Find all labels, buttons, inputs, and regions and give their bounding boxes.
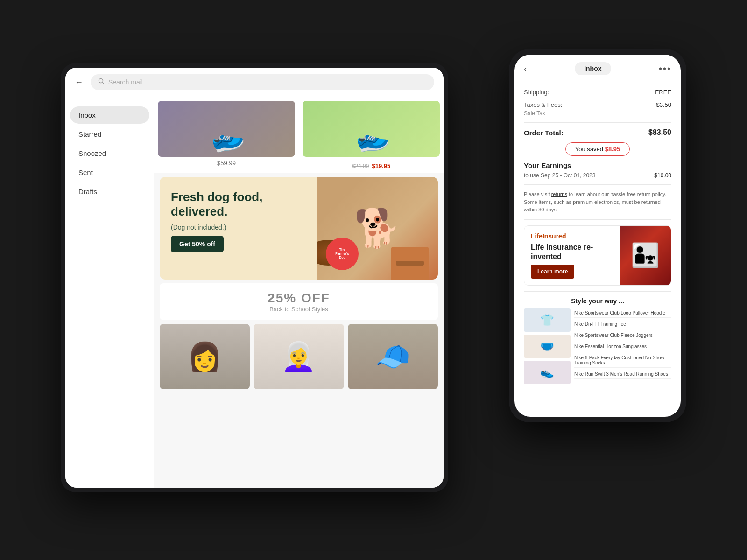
style-list-item[interactable]: Nike Sportswear Club Fleece Joggers: [574, 331, 671, 340]
style-img-shirt: 👕: [524, 308, 571, 332]
earnings-detail: to use Sep 25 - Oct 01, 2023 $10.00: [524, 172, 671, 179]
phone-more-button[interactable]: •••: [659, 63, 671, 74]
order-divider: [524, 122, 671, 123]
style-grid: 👕 🩲 👟 Nike Sportswear Club Logo Pullover…: [524, 308, 671, 384]
sale-percent: 25% OFF: [167, 291, 430, 306]
li-headline: Life Insurance re-invented: [531, 243, 613, 262]
style-img-shoes: 👟: [524, 361, 571, 384]
life-insurance-ad: LifeInsured Life Insurance re-invented L…: [524, 225, 671, 286]
returns-link[interactable]: returns: [551, 191, 567, 197]
savings-amount: $8.95: [605, 146, 620, 153]
email-content-area: 👟 $59.99 👟 $24.99 $19.95: [154, 97, 444, 488]
shoe-price-new: $19.95: [372, 162, 390, 169]
shoe-price-old: $24.99: [352, 163, 369, 169]
shoe-image-left: 👟: [158, 101, 295, 157]
fashion-item-3: 🧢: [348, 324, 438, 389]
policy-divider: [524, 219, 671, 220]
fashion-row: 👩 👩‍🦳 🧢: [160, 324, 438, 389]
search-icon: [98, 78, 105, 86]
ad-image-side: 🐕 The Fa: [317, 177, 438, 280]
scene: ← Search mail Inbox: [47, 35, 700, 525]
order-total-value: $83.50: [648, 128, 671, 137]
ad-subtext: (Dog not included.): [171, 224, 305, 231]
sidebar-item-sent[interactable]: Sent: [70, 164, 149, 181]
style-list-item[interactable]: Nike Run Swift 3 Men's Road Running Shoe…: [574, 370, 671, 379]
phone-body: Shipping: FREE Taxes & Fees: Sale Tax $3…: [514, 81, 681, 417]
shipping-label: Shipping:: [524, 89, 549, 96]
style-img-pants: 🩲: [524, 335, 571, 358]
return-policy: Please visit returns to learn about our …: [524, 190, 671, 214]
sidebar-item-drafts[interactable]: Drafts: [70, 183, 149, 200]
fashion-item-1: 👩: [160, 324, 250, 389]
li-cta-button[interactable]: Learn more: [531, 265, 574, 279]
li-image: 👨‍👧: [620, 226, 671, 286]
shoe-image-right: 👟: [303, 101, 440, 157]
search-bar[interactable]: Search mail: [91, 74, 434, 90]
phone-back-button[interactable]: ‹: [524, 63, 527, 74]
farmers-badge: The Farmer's Dog: [326, 238, 359, 270]
shoes-email-row: 👟 $59.99 👟 $24.99 $19.95: [154, 97, 444, 173]
svg-line-1: [103, 83, 105, 84]
style-list-item[interactable]: Nike 6-Pack Everyday Cushioned No-Show T…: [574, 353, 671, 368]
style-section: Style your way ... 👕 🩲 👟 Nike Sportswear…: [524, 297, 671, 384]
phone-device: ‹ Inbox ••• Shipping: FREE Taxes & Fees:…: [509, 49, 686, 422]
farmers-dog-ad: Fresh dog food, delivered. (Dog not incl…: [160, 177, 438, 280]
tablet-header: ← Search mail: [65, 68, 444, 97]
sidebar-item-starred[interactable]: Starred: [70, 126, 149, 143]
sidebar: Inbox Starred Snoozed Sent Drafts: [65, 97, 154, 488]
sale-tax-value: $3.50: [656, 101, 671, 108]
fashion-item-2: 👩‍🦳: [254, 324, 344, 389]
taxes-line: Taxes & Fees: Sale Tax $3.50: [524, 101, 671, 117]
style-title: Style your way ...: [524, 297, 671, 305]
earnings-value: $10.00: [654, 172, 671, 179]
sale-section: 25% OFF Back to School Styles: [160, 283, 438, 320]
order-total-line: Order Total: $83.50: [524, 128, 671, 137]
earnings-section: Your Earnings to use Sep 25 - Oct 01, 20…: [524, 161, 671, 179]
sale-subtitle: Back to School Styles: [167, 306, 430, 313]
style-list-item[interactable]: Nike Essential Horizon Sunglasses: [574, 342, 671, 351]
search-placeholder: Search mail: [108, 78, 143, 86]
earnings-title: Your Earnings: [524, 161, 671, 169]
sale-tax-label: Sale Tax: [524, 110, 562, 117]
style-list-item[interactable]: Nike Sportswear Club Logo Pullover Hoodi…: [574, 308, 671, 318]
shipping-line: Shipping: FREE: [524, 89, 671, 96]
order-total-label: Order Total:: [524, 129, 564, 137]
phone-header: ‹ Inbox •••: [514, 55, 681, 81]
back-button[interactable]: ←: [75, 77, 83, 87]
ad-headline: Fresh dog food, delivered.: [171, 190, 305, 219]
style-divider: [524, 291, 671, 292]
taxes-label: Taxes & Fees:: [524, 101, 562, 108]
earnings-divider: [524, 184, 671, 185]
phone-title: Inbox: [575, 62, 611, 75]
savings-container: You saved $8.95: [524, 142, 671, 156]
earnings-period: to use Sep 25 - Oct 01, 2023: [524, 172, 595, 179]
return-policy-text: Some items, such as premium electronics,…: [524, 199, 661, 213]
li-brand: LifeInsured: [531, 232, 613, 240]
sidebar-item-inbox[interactable]: Inbox: [70, 106, 149, 124]
sidebar-item-snoozed[interactable]: Snoozed: [70, 145, 149, 162]
savings-text: You saved: [575, 146, 605, 153]
ad-cta-button[interactable]: Get 50% off: [171, 236, 224, 252]
shoe-price-left: $59.99: [217, 160, 236, 167]
shipping-value: FREE: [655, 89, 671, 96]
style-list-item[interactable]: Nike Dri-FIT Training Tee: [574, 320, 671, 329]
savings-pill: You saved $8.95: [565, 142, 630, 156]
style-list: Nike Sportswear Club Logo Pullover Hoodi…: [574, 308, 671, 384]
style-images: 👕 🩲 👟: [524, 308, 571, 384]
tablet-device: ← Search mail Inbox: [61, 63, 448, 492]
